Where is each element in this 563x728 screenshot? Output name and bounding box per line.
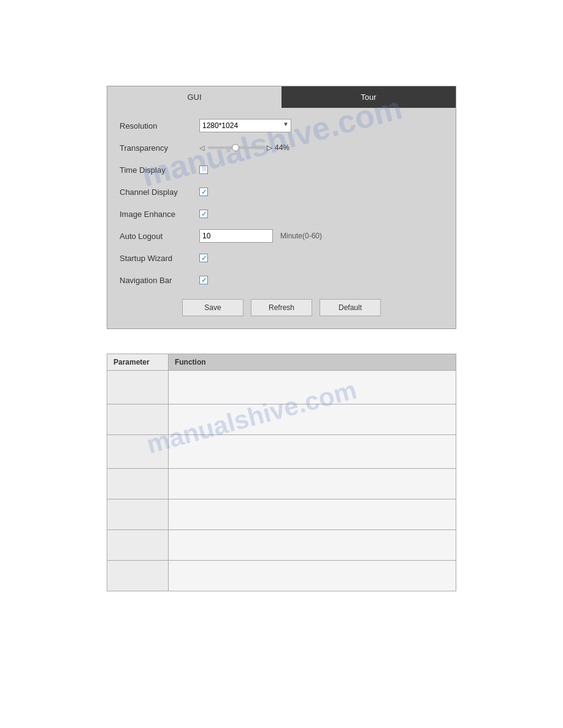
time-display-label: Time Display xyxy=(120,165,199,175)
resolution-label: Resolution xyxy=(120,121,199,131)
channel-display-label: Channel Display xyxy=(120,188,199,197)
tab-tour[interactable]: Tour xyxy=(282,86,456,108)
resolution-select-wrapper[interactable]: 1280*1024 1920*1080 1024*768 800*600 xyxy=(199,119,291,132)
table-cell-param-5 xyxy=(107,530,169,561)
transparency-value: ▷ xyxy=(267,143,272,152)
table-row xyxy=(107,435,456,469)
table-cell-desc-6 xyxy=(168,561,456,591)
table-header-row: Parameter Function xyxy=(107,354,456,371)
table-cell-param-2 xyxy=(107,435,169,469)
auto-logout-input[interactable] xyxy=(199,229,273,243)
transparency-label: Transparency xyxy=(120,143,199,153)
table-cell-param-0 xyxy=(107,371,169,404)
auto-logout-control: Minute(0-60) xyxy=(199,229,322,243)
resolution-control: 1280*1024 1920*1080 1024*768 800*600 xyxy=(199,119,291,132)
resolution-row: Resolution 1280*1024 1920*1080 1024*768 … xyxy=(120,118,443,134)
table-row xyxy=(107,561,456,591)
navigation-bar-checkbox[interactable] xyxy=(199,276,208,284)
channel-display-row: Channel Display xyxy=(120,184,443,200)
transparency-slider-container[interactable]: ◁ ▷ 44% xyxy=(199,143,289,152)
table-row xyxy=(107,530,456,561)
auto-logout-suffix: Minute(0-60) xyxy=(280,232,322,240)
tab-bar: GUI Tour xyxy=(107,86,456,108)
table-row xyxy=(107,404,456,435)
tab-gui[interactable]: GUI xyxy=(107,86,282,108)
save-button[interactable]: Save xyxy=(182,299,243,316)
table-cell-desc-1 xyxy=(168,404,456,435)
table-section: manualshive.com Parameter Function xyxy=(107,354,456,591)
table-cell-param-4 xyxy=(107,499,169,530)
table-cell-param-6 xyxy=(107,561,169,591)
startup-wizard-checkbox[interactable] xyxy=(199,254,208,262)
table-cell-desc-2 xyxy=(168,435,456,469)
table-cell-param-1 xyxy=(107,404,169,435)
image-enhance-label: Image Enhance xyxy=(120,210,199,219)
transparency-percent: 44% xyxy=(275,143,289,152)
button-row: Save Refresh Default xyxy=(120,299,443,316)
navigation-bar-label: Navigation Bar xyxy=(120,276,199,285)
table-cell-desc-4 xyxy=(168,499,456,530)
time-display-row: Time Display xyxy=(120,162,443,178)
slider-track[interactable] xyxy=(208,146,263,149)
time-display-checkbox[interactable] xyxy=(199,165,208,174)
transparency-row: Transparency ◁ ▷ 44% xyxy=(120,140,443,156)
startup-wizard-row: Startup Wizard xyxy=(120,250,443,266)
auto-logout-label: Auto Logout xyxy=(120,232,199,241)
col-header-func: Function xyxy=(168,354,456,371)
refresh-button[interactable]: Refresh xyxy=(251,299,312,316)
startup-wizard-label: Startup Wizard xyxy=(120,254,199,263)
table-row xyxy=(107,469,456,499)
gui-panel: manualshive.com GUI Tour Resolution 1280… xyxy=(107,86,456,329)
slider-left-arrow: ◁ xyxy=(199,144,204,152)
table-cell-desc-5 xyxy=(168,530,456,561)
resolution-select[interactable]: 1280*1024 1920*1080 1024*768 800*600 xyxy=(199,119,291,132)
table-cell-desc-0 xyxy=(168,371,456,404)
auto-logout-row: Auto Logout Minute(0-60) xyxy=(120,228,443,244)
table-cell-desc-3 xyxy=(168,469,456,499)
image-enhance-row: Image Enhance xyxy=(120,206,443,222)
navigation-bar-row: Navigation Bar xyxy=(120,272,443,288)
table-row xyxy=(107,499,456,530)
col-header-param: Parameter xyxy=(107,354,169,371)
data-table: Parameter Function xyxy=(107,354,456,591)
channel-display-checkbox[interactable] xyxy=(199,188,208,196)
slider-thumb[interactable] xyxy=(232,144,239,151)
table-cell-param-3 xyxy=(107,469,169,499)
image-enhance-checkbox[interactable] xyxy=(199,210,208,218)
table-row xyxy=(107,371,456,404)
gui-form-body: Resolution 1280*1024 1920*1080 1024*768 … xyxy=(107,108,456,328)
default-button[interactable]: Default xyxy=(320,299,381,316)
